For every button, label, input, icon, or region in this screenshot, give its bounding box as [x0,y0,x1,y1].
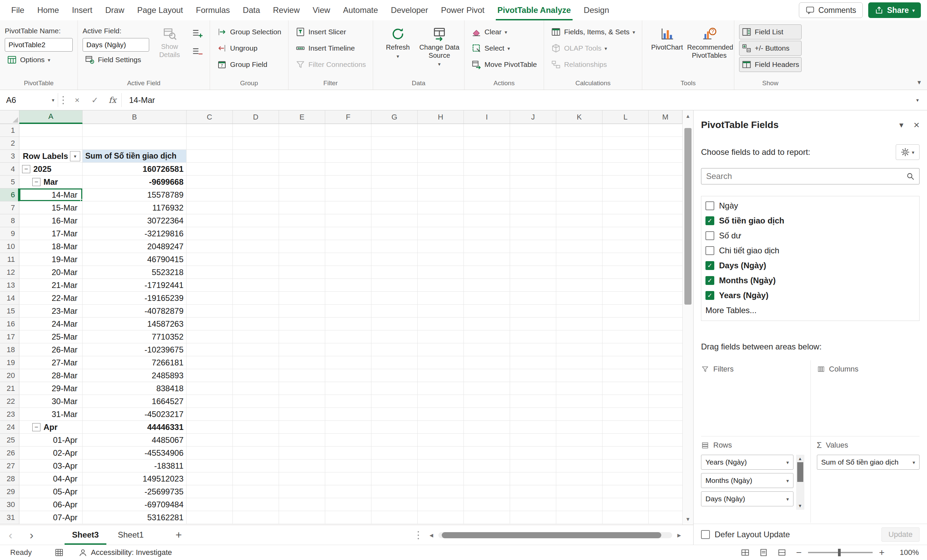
cell-M9[interactable] [649,227,682,240]
cell-F30[interactable] [325,498,371,511]
cell-J15[interactable] [510,305,556,317]
row-header-13[interactable]: 13 [0,279,19,292]
cell-M20[interactable] [649,369,682,382]
cell-J17[interactable] [510,331,556,343]
cell-M18[interactable] [649,343,682,356]
row-header-29[interactable]: 29 [0,485,19,498]
cell-B10[interactable]: 20489247 [82,240,187,253]
cell-L10[interactable] [602,240,649,253]
cell-E18[interactable] [279,343,325,356]
cell-I21[interactable] [464,382,510,395]
rows-scroll-thumb[interactable] [797,462,803,482]
cell-J13[interactable] [510,279,556,292]
formula-input[interactable]: 14-Mar [122,96,908,105]
cell-M14[interactable] [649,292,682,305]
cell-L29[interactable] [602,485,649,498]
values-field-pill-sum-of-s-ti-n-giao-d-ch[interactable]: Sum of Số tiền giao dịch ▾ [817,455,920,470]
cell-L18[interactable] [602,343,649,356]
row-header-31[interactable]: 31 [0,511,19,524]
cell-A2[interactable] [19,137,82,150]
cell-A21[interactable]: 29-Mar [19,382,82,395]
cell-A28[interactable]: 04-Apr [19,472,82,485]
cell-C2[interactable] [187,137,233,150]
cell-B18[interactable]: -10239675 [82,343,187,356]
cell-J11[interactable] [510,253,556,266]
cell-L21[interactable] [602,382,649,395]
cell-E19[interactable] [279,356,325,369]
ungroup-button[interactable]: Ungroup [215,40,283,56]
cell-D22[interactable] [233,395,279,408]
select-all-corner[interactable] [0,110,19,124]
cell-B14[interactable]: -19165239 [82,292,187,305]
cell-H19[interactable] [418,356,464,369]
cell-E27[interactable] [279,460,325,472]
cell-M17[interactable] [649,331,682,343]
cell-A30[interactable]: 06-Apr [19,498,82,511]
cell-G10[interactable] [371,240,418,253]
relationships-button[interactable]: Relationships [549,56,637,73]
cell-C7[interactable] [187,201,233,214]
cell-C15[interactable] [187,305,233,317]
zoom-in-button[interactable]: + [874,547,890,558]
scroll-down-icon[interactable]: ▼ [796,503,804,508]
cell-E14[interactable] [279,292,325,305]
rows-area-scrollbar[interactable]: ▲ ▼ [796,455,804,510]
cell-I18[interactable] [464,343,510,356]
field-checkbox-s-d[interactable] [705,231,714,240]
cell-K4[interactable] [556,163,602,176]
cell-F28[interactable] [325,472,371,485]
cell-I31[interactable] [464,511,510,524]
row-header-3[interactable]: 3 [0,150,19,163]
scroll-up-icon[interactable]: ▲ [796,456,804,461]
cell-K29[interactable] [556,485,602,498]
cell-A10[interactable]: 18-Mar [19,240,82,253]
collapse-field-button[interactable] [190,44,205,59]
cell-G29[interactable] [371,485,418,498]
name-box[interactable]: A6 ▾ [0,90,58,110]
next-sheet-button[interactable]: › [21,525,42,545]
update-button[interactable]: Update [881,527,919,542]
cell-H11[interactable] [418,253,464,266]
cell-E6[interactable] [279,188,325,201]
filters-area[interactable]: Filters [701,360,810,436]
cell-G1[interactable] [371,124,418,137]
cell-A1[interactable] [19,124,82,137]
field-settings-button[interactable]: Field Settings [82,52,149,68]
cell-F8[interactable] [325,214,371,227]
field-checkbox-days-ng-y[interactable]: ✓ [705,261,714,270]
cell-B27[interactable]: -183811 [82,460,187,472]
cell-M6[interactable] [649,188,682,201]
cell-C10[interactable] [187,240,233,253]
cell-D15[interactable] [233,305,279,317]
cell-B11[interactable]: 46790415 [82,253,187,266]
cell-M25[interactable] [649,434,682,446]
cell-B16[interactable]: 14587263 [82,317,187,331]
cell-A22[interactable]: 30-Mar [19,395,82,408]
cell-K30[interactable] [556,498,602,511]
collapse-outline-icon[interactable]: − [32,178,40,186]
cell-M8[interactable] [649,214,682,227]
column-header-J[interactable]: J [510,110,556,124]
cell-E29[interactable] [279,485,325,498]
cell-D23[interactable] [233,408,279,421]
cell-A15[interactable]: 23-Mar [19,305,82,317]
cell-I26[interactable] [464,446,510,460]
menu-tab-home[interactable]: Home [31,0,65,20]
cell-K12[interactable] [556,266,602,279]
cell-H6[interactable] [418,188,464,201]
cell-A14[interactable]: 22-Mar [19,292,82,305]
cell-J20[interactable] [510,369,556,382]
cell-K8[interactable] [556,214,602,227]
cell-H29[interactable] [418,485,464,498]
row-header-16[interactable]: 16 [0,317,19,331]
cell-E2[interactable] [279,137,325,150]
cell-H5[interactable] [418,176,464,188]
cell-C6[interactable] [187,188,233,201]
field-checkbox-chi-ti-t-giao-d-ch[interactable] [705,246,714,255]
cell-M28[interactable] [649,472,682,485]
insert-function-button[interactable]: fx [103,90,121,110]
cell-D20[interactable] [233,369,279,382]
cell-J25[interactable] [510,434,556,446]
cell-A4[interactable]: − 2025 [19,163,82,176]
cell-I11[interactable] [464,253,510,266]
